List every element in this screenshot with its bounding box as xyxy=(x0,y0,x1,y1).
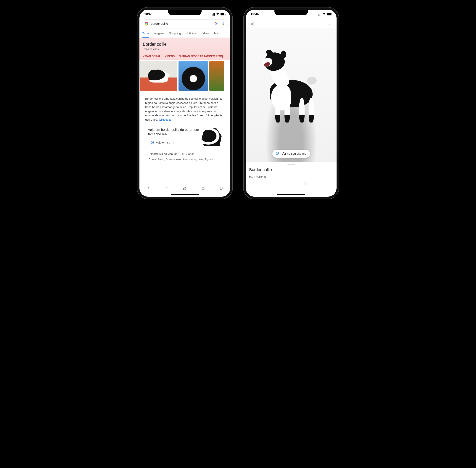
animal-chip[interactable] xyxy=(249,181,276,186)
tabs-icon[interactable] xyxy=(219,186,223,191)
kp-tabs: VISÃO GERAL VÍDEOS OUTRAS PESSOAS TAMBÉM… xyxy=(143,55,227,60)
svg-rect-6 xyxy=(223,25,223,26)
svg-rect-0 xyxy=(215,22,216,23)
wifi-icon xyxy=(322,12,326,16)
kp-tab-overview[interactable]: VISÃO GERAL xyxy=(143,55,161,60)
ar-3d-card: Veja um border collie de perto, em taman… xyxy=(145,125,224,149)
animal-chip[interactable] xyxy=(278,181,305,186)
tab-noticias[interactable]: Notícias xyxy=(186,32,196,38)
svg-point-4 xyxy=(218,25,218,25)
signal-icon xyxy=(212,13,215,16)
more-icon[interactable]: ⋮ xyxy=(327,21,333,28)
svg-rect-1 xyxy=(218,22,219,23)
more-animals-row[interactable] xyxy=(249,181,333,186)
cube-3d-icon xyxy=(151,141,154,144)
sheet-subheading: MAIS ANIMAIS xyxy=(249,176,333,178)
home-indicator xyxy=(277,194,305,195)
bottom-sheet[interactable]: Border collie MAIS ANIMAIS xyxy=(246,162,337,186)
notch xyxy=(274,10,308,15)
image-strip[interactable] xyxy=(139,60,230,91)
notch xyxy=(168,10,202,15)
tab-tudo[interactable]: Tudo xyxy=(142,32,149,38)
battery-icon xyxy=(221,13,225,15)
svg-point-3 xyxy=(216,23,217,24)
tab-shopping[interactable]: Shopping xyxy=(169,32,181,38)
svg-rect-7 xyxy=(220,187,222,189)
view-in-3d-button[interactable]: Veja em 3D xyxy=(148,139,174,146)
sheet-handle[interactable] xyxy=(287,164,295,165)
search-query: border collie xyxy=(151,22,212,26)
viewer-top-bar: ⋮ xyxy=(246,19,337,28)
kp-source-link[interactable]: Wikipédia xyxy=(159,118,171,121)
tab-imagens[interactable]: Imagens xyxy=(154,32,164,38)
sheet-title: Border collie xyxy=(249,167,333,172)
tab-more[interactable]: Ma xyxy=(214,32,218,38)
ar-3d-preview-image xyxy=(201,128,222,146)
google-lens-icon[interactable] xyxy=(215,22,219,26)
ar-prompt-text: Veja um border collie de perto, em taman… xyxy=(148,128,199,137)
signal-icon xyxy=(318,13,321,16)
knowledge-panel-header: Border collie Raça de cães ⋮ VISÃO GERAL… xyxy=(139,38,230,60)
view-in-your-space-button[interactable]: Ver no seu espaço xyxy=(272,150,310,158)
search-bar[interactable]: border collie xyxy=(142,19,228,28)
fact-life-value: de 10 a 17 anos xyxy=(174,152,194,155)
status-time: 10:46 xyxy=(144,12,152,16)
result-image-2[interactable] xyxy=(178,61,208,91)
kp-description-text: Border collie é uma raça canina do tipo … xyxy=(145,97,222,121)
3d-viewer-canvas[interactable]: Ver no seu espaço xyxy=(246,28,337,162)
kp-tab-videos[interactable]: VÍDEOS xyxy=(165,55,175,60)
svg-rect-5 xyxy=(223,22,223,24)
home-icon[interactable] xyxy=(183,186,187,191)
home-indicator xyxy=(171,194,199,195)
forward-icon[interactable] xyxy=(164,186,169,191)
fact-colors-label: Cores: xyxy=(149,158,158,161)
close-icon[interactable] xyxy=(249,21,255,28)
battery-icon xyxy=(327,13,332,15)
cube-3d-icon xyxy=(276,152,280,155)
microphone-icon[interactable] xyxy=(221,22,225,26)
animal-chip[interactable] xyxy=(306,181,333,186)
phone-left: 10:46 border collie xyxy=(137,7,232,199)
kp-description-card: Border collie é uma raça canina do tipo … xyxy=(142,93,228,164)
view-in-3d-label: Veja em 3D xyxy=(156,141,170,145)
phone-right: 10:46 ⋮ xyxy=(244,7,339,199)
back-icon[interactable] xyxy=(147,186,151,191)
search-tabs: Tudo Imagens Shopping Notícias Vídeos Ma xyxy=(139,30,230,38)
google-logo-icon xyxy=(145,22,149,26)
kp-title: Border collie xyxy=(143,42,167,47)
kp-facts: Expectativa de vida: de 10 a 17 anos Cor… xyxy=(149,151,221,162)
tab-videos[interactable]: Vídeos xyxy=(201,32,209,38)
fact-colors-value: Preto, Branco, Azul, Azul merle, Lilás, … xyxy=(158,158,214,161)
wifi-icon xyxy=(216,12,219,16)
kp-tab-people-also[interactable]: OUTRAS PESSOAS TAMBÉM PESQ xyxy=(179,55,223,60)
result-image-1[interactable] xyxy=(140,61,177,91)
kp-more-icon[interactable]: ⋮ xyxy=(221,42,227,48)
share-icon[interactable] xyxy=(201,186,205,191)
result-image-3[interactable] xyxy=(209,61,224,91)
fact-life-label: Expectativa de vida: xyxy=(149,152,174,155)
kp-subtitle: Raça de cães xyxy=(143,48,167,51)
view-in-your-space-label: Ver no seu espaço xyxy=(282,152,306,155)
svg-rect-2 xyxy=(215,25,216,26)
status-time: 10:46 xyxy=(251,12,259,16)
3d-dog-model[interactable] xyxy=(258,51,325,127)
browser-toolbar xyxy=(139,184,230,193)
